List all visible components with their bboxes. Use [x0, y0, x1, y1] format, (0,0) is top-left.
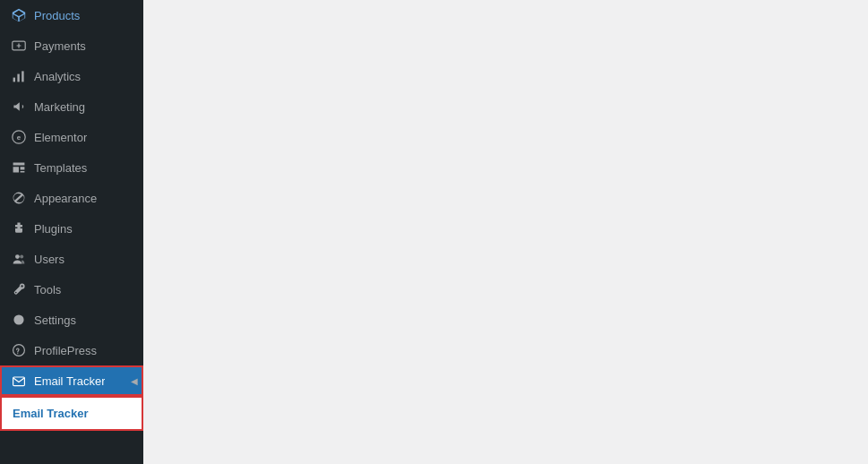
templates-icon — [11, 159, 27, 176]
sidebar-item-marketing[interactable]: Marketing — [0, 91, 143, 122]
sidebar-item-label-products: Products — [34, 9, 80, 22]
sidebar-item-label-elementor: Elementor — [34, 131, 87, 144]
sidebar-submenu-label-email-tracker: Email Tracker — [13, 407, 89, 420]
svg-rect-3 — [21, 71, 23, 82]
sidebar-item-label-profilepress: ProfilePress — [34, 344, 97, 357]
sidebar-item-templates[interactable]: Templates — [0, 152, 143, 183]
tools-icon — [11, 281, 27, 297]
sidebar-item-label-templates: Templates — [34, 161, 87, 175]
sidebar-item-label-settings: Settings — [34, 314, 76, 327]
megaphone-icon — [11, 99, 27, 115]
svg-rect-10 — [13, 377, 25, 386]
sidebar-item-label-plugins: Plugins — [34, 222, 73, 236]
sidebar-item-tools[interactable]: Tools — [0, 274, 143, 305]
sidebar-item-label-email-tracker: Email Tracker — [34, 374, 105, 388]
sidebar-submenu-item-email-tracker[interactable]: Email Tracker — [2, 398, 142, 429]
svg-point-7 — [20, 255, 23, 259]
sidebar-item-settings[interactable]: Settings — [0, 305, 143, 335]
sidebar-submenu-email-tracker: Email Tracker — [0, 396, 143, 431]
elementor-icon: e — [11, 129, 27, 145]
dollar-icon — [11, 38, 27, 54]
plugins-icon — [11, 220, 27, 236]
sidebar-item-analytics[interactable]: Analytics — [0, 61, 143, 91]
sidebar-item-users[interactable]: Users — [0, 244, 143, 274]
svg-rect-2 — [17, 74, 19, 82]
sidebar-item-payments[interactable]: Payments — [0, 30, 143, 61]
main-content — [143, 0, 868, 464]
sidebar-item-label-users: Users — [34, 253, 64, 266]
sidebar-item-label-payments: Payments — [34, 39, 86, 53]
email-icon — [11, 373, 27, 389]
appearance-icon — [11, 190, 27, 206]
profilepress-icon — [11, 342, 27, 358]
box-icon — [11, 7, 27, 23]
sidebar-item-appearance[interactable]: Appearance — [0, 183, 143, 213]
svg-point-9 — [17, 353, 18, 354]
svg-point-6 — [15, 254, 20, 259]
sidebar-item-email-tracker[interactable]: Email Tracker ◀ — [0, 365, 143, 396]
chart-icon — [11, 68, 27, 84]
sidebar-item-label-appearance: Appearance — [34, 192, 97, 205]
users-icon — [11, 251, 27, 267]
sidebar-item-plugins[interactable]: Plugins — [0, 213, 143, 244]
sidebar-item-label-analytics: Analytics — [34, 70, 81, 83]
svg-rect-1 — [13, 78, 15, 82]
sidebar-item-elementor[interactable]: e Elementor — [0, 122, 143, 152]
sidebar-item-label-tools: Tools — [34, 283, 61, 296]
sidebar: Products Payments Analytics Marketing e … — [0, 0, 143, 464]
settings-icon — [11, 312, 27, 328]
svg-text:e: e — [17, 133, 21, 142]
sidebar-item-label-marketing: Marketing — [34, 100, 85, 114]
sidebar-item-profilepress[interactable]: ProfilePress — [0, 335, 143, 365]
chevron-left-icon: ◀ — [131, 376, 138, 386]
sidebar-item-products[interactable]: Products — [0, 0, 143, 30]
